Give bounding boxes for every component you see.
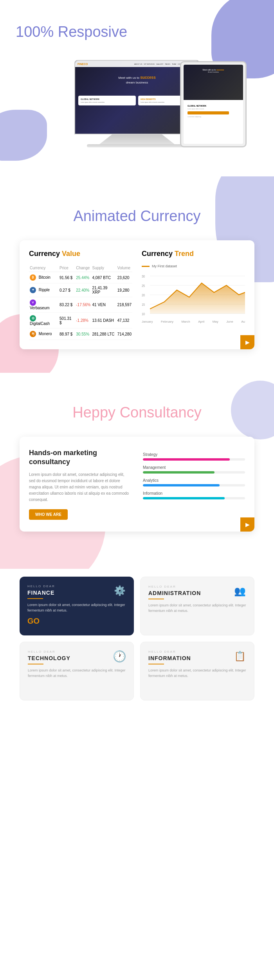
progress-fill-information <box>143 497 225 499</box>
currency-value-title: Currency Value <box>29 250 132 258</box>
finance-divider <box>27 598 43 599</box>
svg-text:20: 20 <box>142 293 145 297</box>
consultancy-body: Lorem ipsum dolor sit amet, consectetur … <box>29 472 131 503</box>
table-row: ₿ Bitcoin 91.56 $ 25.44% 4,087 BTC 23,62… <box>29 272 132 283</box>
legend-dot <box>142 266 150 267</box>
finance-text: Lorem ipsum dolor sit amet, consectetur … <box>27 602 126 613</box>
svg-text:30: 30 <box>142 274 145 278</box>
progress-item-information: Information <box>143 491 245 499</box>
info-title: INFORMATION <box>148 655 246 661</box>
tech-title: TECHNOLOGY <box>28 655 126 661</box>
services-section: ⚙️ HELLO DEAR FINANCE Lorem ipsum dolor … <box>0 569 274 724</box>
currency-title: Animated Currency <box>16 208 258 225</box>
consultancy-left: Hands-on marketing consultancy Lorem ips… <box>29 448 131 520</box>
table-row: V Verbaseum 83.22 $ -17.56% 41 VEN 218,5… <box>29 297 132 313</box>
consultancy-heading: Hands-on marketing consultancy <box>29 448 131 467</box>
progress-item-strategy: Strategy <box>143 452 245 461</box>
progress-bars-panel: Strategy Management Analytics Informatio… <box>143 448 245 520</box>
svg-text:10: 10 <box>142 312 145 316</box>
info-text: Lorem ipsum dolor sit amet, consectetur … <box>148 668 246 679</box>
table-row: Ɱ Monero 88.97 $ 30.55% 281,288 LTC 714,… <box>29 328 132 340</box>
mockup-logo: FINECO <box>78 63 88 65</box>
admin-divider <box>148 599 164 599</box>
finance-title: FINANCE <box>27 590 126 596</box>
responsive-title: 100% Resposive <box>16 24 258 40</box>
currency-table: Currency Price Change Supply Volume ₿ Bi… <box>29 264 132 340</box>
table-row: ✦ Ripple 0.27 $ 22.40% 21,41.39 XRP 19,2… <box>29 283 132 297</box>
responsive-section: 100% Resposive FINECO ABOUT US VIP SERVI… <box>0 0 274 176</box>
mockup-card-1: GLOBAL NETWORK Lorem ipsum dolor sit ame… <box>78 96 136 105</box>
currency-grid: Currency Value Currency Price Change Sup… <box>29 250 245 340</box>
desktop-base <box>87 144 187 147</box>
tablet-bar <box>187 111 229 114</box>
who-we-are-button[interactable]: WHO WE ARE <box>29 509 68 520</box>
svg-text:25: 25 <box>142 284 145 288</box>
currency-card: Currency Value Currency Price Change Sup… <box>20 240 254 349</box>
svg-text:15: 15 <box>142 303 145 307</box>
services-grid: ⚙️ HELLO DEAR FINANCE Lorem ipsum dolor … <box>20 577 254 701</box>
tech-text: Lorem ipsum dolor sit amet, consectetur … <box>28 668 126 679</box>
currency-value-panel: Currency Value Currency Price Change Sup… <box>29 250 132 340</box>
chart-corner-button[interactable]: ▶ <box>240 335 254 349</box>
info-divider <box>148 664 164 664</box>
progress-fill-strategy <box>143 458 230 461</box>
progress-item-management: Management <box>143 465 245 474</box>
chart-legend: My First dataset <box>142 264 245 268</box>
service-card-finance: ⚙️ HELLO DEAR FINANCE Lorem ipsum dolor … <box>20 577 134 635</box>
consultancy-corner-button[interactable]: ▶ <box>240 517 254 532</box>
chart-container: 30 25 20 15 10 <box>142 271 245 318</box>
admin-text: Lorem ipsum dolor sit amet, consectetur … <box>148 603 246 614</box>
progress-item-analytics: Analytics <box>143 478 245 486</box>
tablet-body: Meet with us to success dream business G… <box>180 61 247 147</box>
progress-fill-management <box>143 471 215 474</box>
tablet-card: GLOBAL NETWORK Lorem ipsum dolor sit ame… <box>185 102 242 120</box>
admin-title: ADMINISTRATION <box>148 590 246 596</box>
mockup-container: FINECO ABOUT US VIP SERVICES GALLERY PAG… <box>16 56 258 155</box>
service-card-admin: 👥 HELLO DEAR ADMINISTRATION Lorem ipsum … <box>140 577 254 635</box>
consultancy-title: Heppy Consultancy <box>16 404 258 421</box>
progress-fill-analytics <box>143 484 220 486</box>
finance-cta[interactable]: GO <box>27 617 126 626</box>
service-card-tech: 🕐 HELLO DEAR TECHNOLOGY Lorem ipsum dolo… <box>20 642 134 701</box>
currency-section: Animated Currency Currency Value Currenc… <box>0 176 274 373</box>
tech-divider <box>28 664 43 664</box>
chart-svg: 30 25 20 15 10 <box>142 271 245 318</box>
consultancy-section: Heppy Consultancy Hands-on marketing con… <box>0 373 274 569</box>
service-card-info: 📋 HELLO DEAR INFORMATION Lorem ipsum dol… <box>140 642 254 701</box>
tablet-screen-inner: Meet with us to success dream business <box>184 65 243 100</box>
chart-x-labels: January February March April May June Au <box>142 320 245 323</box>
table-row: ◎ DigitalCash 501.31 $ -1.28% 13.61 DASH… <box>29 313 132 328</box>
currency-trend-title: Currency Trend <box>142 250 245 258</box>
currency-trend-panel: Currency Trend My First dataset <box>142 250 245 340</box>
tablet-screen: Meet with us to success dream business G… <box>184 65 243 144</box>
tablet-mockup: Meet with us to success dream business G… <box>180 61 247 147</box>
consultancy-card: Hands-on marketing consultancy Lorem ips… <box>20 437 254 532</box>
